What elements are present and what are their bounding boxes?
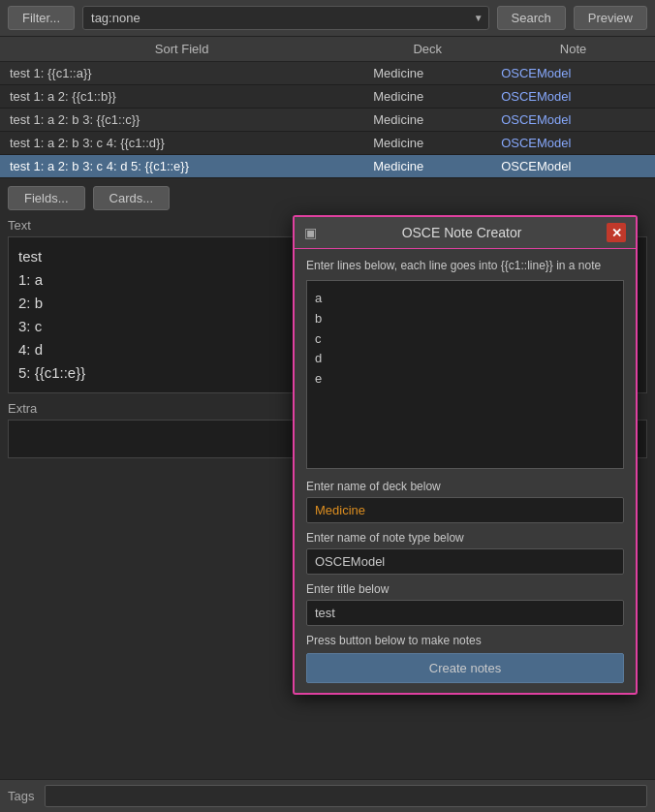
title-input[interactable] xyxy=(306,600,624,626)
col-note: Note xyxy=(491,37,655,62)
cell-sort-field: test 1: a 2: b 3: {{c1::c}} xyxy=(0,109,363,132)
table-row[interactable]: test 1: a 2: b 3: c 4: d 5: {{c1::e}} Me… xyxy=(0,155,655,178)
tags-input[interactable] xyxy=(45,785,647,807)
modal-app-icon: ▣ xyxy=(304,225,317,240)
cell-deck: Medicine xyxy=(363,155,491,178)
top-bar: Filter... ▼ Search Preview xyxy=(0,0,655,37)
create-notes-button[interactable]: Create notes xyxy=(306,653,624,683)
tag-input[interactable] xyxy=(82,6,489,30)
field-buttons: Fields... Cards... xyxy=(8,186,647,210)
deck-input[interactable] xyxy=(306,497,624,523)
modal-body: Enter lines below, each line goes into {… xyxy=(295,249,636,693)
modal-close-button[interactable]: ✕ xyxy=(607,223,626,242)
fields-button[interactable]: Fields... xyxy=(8,186,85,210)
cell-deck: Medicine xyxy=(363,85,491,109)
table-row[interactable]: test 1: {{c1::a}} Medicine OSCEModel xyxy=(0,62,655,85)
title-label: Enter title below xyxy=(306,582,624,596)
results-table: Sort Field Deck Note test 1: {{c1::a}} M… xyxy=(0,37,655,178)
search-button[interactable]: Search xyxy=(497,6,566,30)
col-sort-field: Sort Field xyxy=(0,37,363,62)
modal-lines-textarea[interactable]: a b c d e xyxy=(306,280,624,469)
cell-sort-field: test 1: a 2: b 3: c 4: {{c1::d}} xyxy=(0,132,363,155)
cell-sort-field: test 1: a 2: {{c1::b}} xyxy=(0,85,363,109)
preview-button[interactable]: Preview xyxy=(574,6,647,30)
cards-button[interactable]: Cards... xyxy=(93,186,171,210)
note-type-label: Enter name of note type below xyxy=(306,531,624,545)
cell-sort-field: test 1: a 2: b 3: c 4: d 5: {{c1::e}} xyxy=(0,155,363,178)
cell-note: OSCEModel xyxy=(491,155,655,178)
cell-note: OSCEModel xyxy=(491,85,655,109)
col-deck: Deck xyxy=(363,37,491,62)
tags-bar: Tags xyxy=(0,779,655,812)
cell-deck: Medicine xyxy=(363,132,491,155)
tag-input-wrapper: ▼ xyxy=(82,6,489,30)
results-table-wrapper: Sort Field Deck Note test 1: {{c1::a}} M… xyxy=(0,37,655,178)
modal-header: ▣ OSCE Note Creator ✕ xyxy=(295,217,636,249)
cell-deck: Medicine xyxy=(363,109,491,132)
tags-label: Tags xyxy=(8,789,37,803)
note-type-input[interactable] xyxy=(306,548,624,575)
cell-sort-field: test 1: {{c1::a}} xyxy=(0,62,363,85)
table-row[interactable]: test 1: a 2: b 3: c 4: {{c1::d}} Medicin… xyxy=(0,132,655,155)
modal-title: OSCE Note Creator xyxy=(325,225,599,240)
table-row[interactable]: test 1: a 2: b 3: {{c1::c}} Medicine OSC… xyxy=(0,109,655,132)
cell-deck: Medicine xyxy=(363,62,491,85)
cell-note: OSCEModel xyxy=(491,109,655,132)
cell-note: OSCEModel xyxy=(491,62,655,85)
modal-instruction: Enter lines below, each line goes into {… xyxy=(306,259,624,272)
modal-osce-creator: ▣ OSCE Note Creator ✕ Enter lines below,… xyxy=(293,215,638,695)
filter-button[interactable]: Filter... xyxy=(8,6,75,30)
cell-note: OSCEModel xyxy=(491,132,655,155)
deck-label: Enter name of deck below xyxy=(306,480,624,493)
press-label: Press button below to make notes xyxy=(306,634,624,647)
table-row[interactable]: test 1: a 2: {{c1::b}} Medicine OSCEMode… xyxy=(0,85,655,109)
